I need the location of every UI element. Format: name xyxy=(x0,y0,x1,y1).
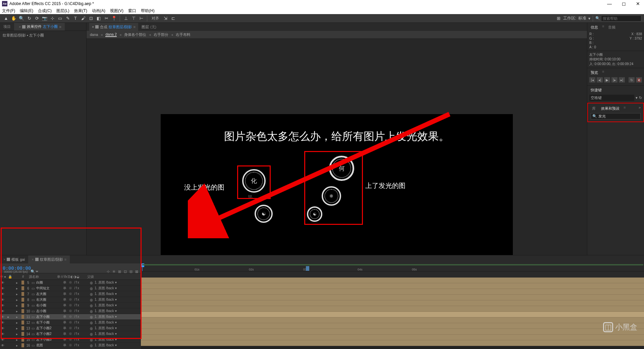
effects-search-input[interactable] xyxy=(598,114,644,118)
timeline-tab-2[interactable]: × 纹章图层/阴影 ≡ xyxy=(28,255,70,263)
puppet-tool[interactable]: 📍 xyxy=(111,15,117,22)
menu-window[interactable]: 窗口 xyxy=(128,8,136,14)
snap-label[interactable]: 对齐 xyxy=(150,16,161,21)
expand-icon[interactable]: » xyxy=(639,105,641,112)
search-icon[interactable]: 🔍⏷ xyxy=(31,269,39,274)
snap-edge-icon[interactable]: ⊏ xyxy=(170,15,176,22)
breadcrumb-item[interactable]: dana 2 xyxy=(105,32,117,37)
tab-effects-presets[interactable]: 效果和预设 xyxy=(600,105,621,112)
rect-tool[interactable]: ▭ xyxy=(57,15,63,22)
axis-local-icon[interactable]: ⊥ xyxy=(122,15,129,22)
layer-row[interactable]: 👁▸15▭左下小圈3单 ※ /fx◎1. 原图 /back ▾ xyxy=(0,337,141,343)
next-frame-button[interactable]: |▸ xyxy=(611,77,618,83)
tab-effect-controls[interactable]: × 效果控件 左下小圈 ≡ xyxy=(14,23,65,31)
layer-row[interactable]: 👁▸5▭白圈单 ※ /fx◎1. 原图 /back ▾ xyxy=(0,280,141,286)
tab-project[interactable]: 项目 xyxy=(0,23,14,31)
anchor-tool[interactable]: ⊹ xyxy=(49,15,56,22)
layer-row[interactable]: 👁▸16▭底图单 ※ /fx◎1. 原图 /back ▾ xyxy=(0,343,141,348)
menu-composition[interactable]: 合成(C) xyxy=(38,8,52,14)
search-help-input[interactable] xyxy=(601,15,641,21)
chevron-down-icon[interactable]: ▾ xyxy=(588,16,590,21)
clone-tool[interactable]: ⊡ xyxy=(88,15,94,22)
menu-animation[interactable]: 动画(A) xyxy=(92,8,105,14)
last-frame-button[interactable]: ▸| xyxy=(619,77,625,83)
search-icon[interactable]: ⊞ xyxy=(555,15,562,22)
layer-row[interactable]: 👁▸9▭右小圈单 ※ /fx◎1. 原图 /back ▾ xyxy=(0,303,141,308)
breadcrumb-item[interactable]: dana xyxy=(90,33,98,37)
tab-library[interactable]: 库 xyxy=(591,105,597,112)
workspace-value[interactable]: 标准 xyxy=(578,15,586,21)
layer-row[interactable]: 👁▸10▭左小圈单 ※ /fx◎1. 原图 /back ▾ xyxy=(0,308,141,314)
layer-bar[interactable] xyxy=(141,317,644,323)
brush-tool[interactable]: 🖌 xyxy=(80,15,87,22)
breadcrumb-item[interactable]: 右手布料 xyxy=(176,32,191,37)
menu-help[interactable]: 帮助(H) xyxy=(141,8,155,14)
layer-bar[interactable] xyxy=(141,335,644,340)
comp-tab-active[interactable]: × 合成 纹章图层/阴影 ≡ xyxy=(89,23,138,31)
zoom-tool[interactable]: 🔍 xyxy=(18,15,25,22)
menu-view[interactable]: 视图(V) xyxy=(110,8,123,14)
layer-row[interactable]: 👁▸13▭左下小圈2单 ※ /fx◎1. 原图 /back ▾ xyxy=(0,326,141,331)
menu-file[interactable]: 文件(F) xyxy=(2,8,15,14)
layer-bar[interactable] xyxy=(141,340,644,346)
orbit-tool[interactable]: ↻ xyxy=(26,15,33,22)
tl-tool-icon[interactable]: ⊠ xyxy=(135,269,138,274)
layer-row[interactable]: 👁▸8▭右大圈单 ※ /fx◎1. 原图 /back ▾ xyxy=(0,297,141,303)
col-parent[interactable]: 父级 xyxy=(87,275,94,279)
first-frame-button[interactable]: |◂ xyxy=(589,77,595,83)
rotate-tool[interactable]: ⟳ xyxy=(34,15,40,22)
tl-tool-icon[interactable]: ⊟ xyxy=(129,269,132,274)
tab-audio[interactable]: 音频 xyxy=(607,24,617,31)
breadcrumb-item[interactable]: 身体各个部位 xyxy=(124,32,146,37)
pen-tool[interactable]: ✎ xyxy=(64,15,71,22)
menu-edit[interactable]: 编辑(E) xyxy=(20,8,33,14)
minimize-button[interactable]: — xyxy=(605,1,614,6)
layer-bar[interactable] xyxy=(141,329,644,335)
selection-tool[interactable]: ▲ xyxy=(3,15,9,22)
menu-effect[interactable]: 效果(T) xyxy=(74,8,87,14)
layer-row[interactable]: 👁▸12▭右下小圈单 ※ /fx◎1. 原图 /back ▾ xyxy=(0,320,141,326)
layer-row[interactable]: 👁▸14▭右下小圈2单 ※ /fx◎1. 原图 /back ▾ xyxy=(0,331,141,337)
shortcut-value[interactable]: 空格键 xyxy=(589,95,634,101)
snap-icon[interactable]: ⇲ xyxy=(162,15,169,22)
layer-row[interactable]: 👁▸7▭左大圈单 ※ /fx◎1. 原图 /back ▾ xyxy=(0,291,141,297)
layer-bar[interactable] xyxy=(141,300,644,306)
col-source-name[interactable]: 源名称 xyxy=(27,275,57,279)
layer-row[interactable]: 👁●▸11▭左下小圈单 ※ /fx◎1. 原图 /back ▾ xyxy=(0,314,141,320)
breadcrumb-item[interactable]: 右手部分 xyxy=(154,32,168,37)
layer-bar[interactable] xyxy=(141,306,644,312)
roto-tool[interactable]: ✂ xyxy=(103,15,110,22)
prev-frame-button[interactable]: ◂| xyxy=(597,77,603,83)
layer-tab[interactable]: 图层 (无) xyxy=(139,23,159,31)
text-tool[interactable]: T xyxy=(72,15,79,22)
reset-icon[interactable]: ↻ xyxy=(639,96,642,100)
tab-info[interactable]: 信息 xyxy=(589,24,599,31)
tl-tool-icon[interactable]: ※ xyxy=(112,269,115,274)
tab-shortcut[interactable]: 快捷键 xyxy=(589,87,603,93)
play-button[interactable]: ▶ xyxy=(604,77,610,83)
menu-layer[interactable]: 图层(L) xyxy=(56,8,69,14)
layer-row[interactable]: 👁▸6▭中间短文单 ※ /fx◎1. 原图 /back ▾ xyxy=(0,286,141,291)
tab-preview[interactable]: 预览 xyxy=(589,69,599,76)
layer-bar[interactable] xyxy=(141,289,644,295)
tl-tool-icon[interactable]: ⊞ xyxy=(118,269,121,274)
tl-tool-icon[interactable]: ⊡ xyxy=(124,269,127,274)
layer-bar[interactable] xyxy=(141,323,644,329)
eraser-tool[interactable]: ◧ xyxy=(95,15,102,22)
layer-bar[interactable] xyxy=(141,283,644,289)
layer-bar[interactable] xyxy=(141,295,644,300)
maximize-button[interactable]: ◻ xyxy=(620,1,628,6)
axis-world-icon[interactable]: ⊤ xyxy=(130,15,137,22)
layer-bar[interactable] xyxy=(141,278,644,283)
close-icon[interactable]: × xyxy=(19,25,21,29)
panel-menu-icon[interactable]: ≡ xyxy=(59,25,61,29)
close-button[interactable]: ✕ xyxy=(634,1,642,6)
mute-button[interactable]: 🔇 xyxy=(636,77,642,83)
tl-tool-icon[interactable]: ⊹ xyxy=(107,269,110,274)
layer-bar[interactable] xyxy=(141,312,644,317)
loop-button[interactable]: ↻ xyxy=(629,77,635,83)
axis-view-icon[interactable]: ⊢ xyxy=(138,15,145,22)
timeline-ruler[interactable]: 01s 02s 03s 04s 05s xyxy=(141,263,644,271)
camera-tool[interactable]: 📷 xyxy=(41,15,48,22)
hand-tool[interactable]: ✋ xyxy=(10,15,17,22)
